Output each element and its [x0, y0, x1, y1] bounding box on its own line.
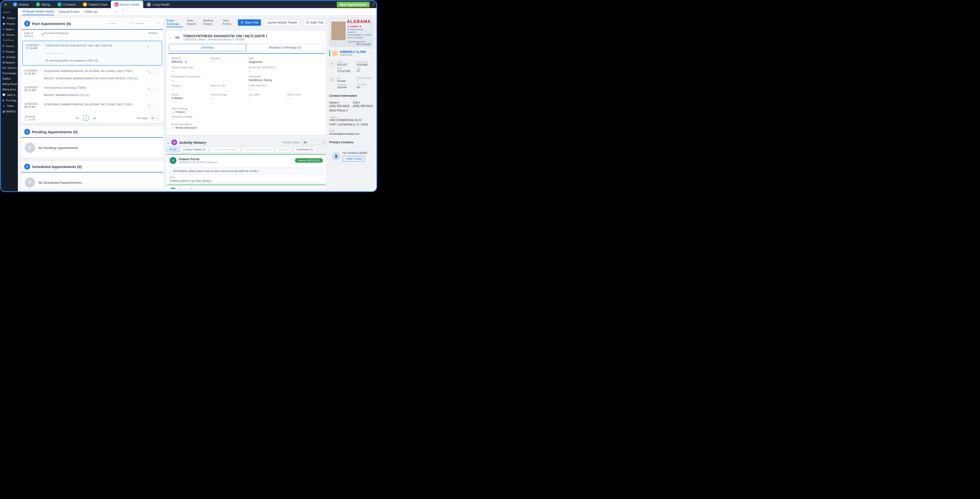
- folder-icon: ▣: [2, 22, 6, 25]
- id-photo: [331, 22, 345, 40]
- activity-filter-pill[interactable]: Comments (1): [293, 147, 316, 152]
- activity-status-select[interactable]: All: [301, 140, 326, 145]
- side-prereg[interactable]: 🗎Pre-Reg…: [1, 98, 18, 103]
- edit-icon[interactable]: ✎: [146, 69, 153, 75]
- edit-icon[interactable]: ✎: [146, 102, 153, 109]
- page-prev-icon[interactable]: ‹: [81, 116, 81, 120]
- appointment-row[interactable]: 09/15/202111:00 AM SCREENING MAMMOGRAM (…: [21, 112, 163, 113]
- open-visit-button[interactable]: 🗓Open Visit: [238, 19, 261, 26]
- subtab-external-exams[interactable]: External Exams: [59, 9, 80, 15]
- page-next-icon[interactable]: ›: [91, 116, 92, 120]
- more-icon[interactable]: ⋮: [320, 35, 323, 40]
- tab-exam-summary[interactable]: Exam Summary: [167, 18, 183, 27]
- tab-medical-history[interactable]: Medical History: [203, 18, 219, 27]
- appointment-row[interactable]: 12/20/202309:20 AM Tomosynthesis Screeni…: [21, 83, 163, 100]
- side-referring[interactable]: ↗Referri…: [1, 27, 18, 32]
- edit-icon[interactable]: ✎: [145, 44, 151, 50]
- subtab-followup[interactable]: Follow-up: [84, 9, 97, 15]
- edit-icon[interactable]: ✎: [146, 86, 153, 92]
- clock-icon: ⟳: [13, 2, 18, 6]
- page-current: 1: [83, 115, 89, 121]
- th-procedure[interactable]: Procedure/Diagnosis: [44, 32, 146, 37]
- scheduled-title: Scheduled Appointments (0): [32, 164, 160, 169]
- address-line1: 1480 COMMERCIAL BLVD: [329, 118, 373, 121]
- collapse-icon[interactable]: ⌄: [167, 140, 169, 144]
- activity-filter-pill: Contact Laboratory (0): [242, 147, 274, 152]
- tab-tech-forms[interactable]: Tech Forms: [223, 18, 234, 27]
- appointment-row[interactable]: 12/20/202311:15 AM TOMOSYNTHESIS DIAGNOS…: [22, 41, 162, 65]
- share-icon: ↗: [2, 28, 5, 31]
- activity-item[interactable]: ⎘ Patient Portal08/22/2023 | 05:39 PM by…: [167, 154, 326, 182]
- side-all-appoint[interactable]: All Appoint…: [1, 60, 18, 65]
- side-sms[interactable]: 💬SMS S…: [1, 92, 18, 98]
- more-icon[interactable]: ⋯: [154, 86, 160, 92]
- side-schedule[interactable]: 🗓Schedu…: [1, 54, 18, 60]
- activity-filter-pill[interactable]: Contact Patient (2): [181, 147, 208, 152]
- primary-contacts-title: Primary Contacts: [329, 140, 373, 144]
- avatar: [332, 51, 338, 56]
- more-icon[interactable]: ⋯: [154, 69, 160, 75]
- launch-activity-tracker-button[interactable]: Launch Activity Tracker: [264, 19, 300, 26]
- side-pending[interactable]: ☰Pendin…: [1, 49, 18, 54]
- per-page-select[interactable]: 10: [149, 116, 160, 121]
- side-waitlist[interactable]: Waitlist: [1, 76, 18, 81]
- side-tech[interactable]: Technologic…: [1, 70, 18, 76]
- page-last-icon[interactable]: ⏭: [94, 116, 96, 120]
- modality-chip: MG: [174, 35, 181, 40]
- summary-field: Background Enhancement--: [172, 75, 205, 82]
- seg-biopsies[interactable]: Biopsies & Pathology (0): [246, 44, 324, 51]
- filter-modality[interactable]: Modality: [135, 20, 160, 27]
- side-tasks[interactable]: ≡Tasks: [1, 103, 18, 108]
- side-patient[interactable]: 🔍Patient: [1, 15, 18, 21]
- patient-field: External IDIDSS085, …: [357, 61, 373, 66]
- side-documents[interactable]: 🗎Docum…: [1, 32, 18, 37]
- clock-icon: ⟳: [329, 61, 335, 67]
- side-payers[interactable]: ▣Payers: [1, 21, 18, 27]
- side-incoming[interactable]: ☰Incomi…: [1, 43, 18, 49]
- showing-label: Showing: [25, 115, 35, 118]
- summary-field: [287, 66, 321, 73]
- search-icon: 🔍: [2, 16, 6, 19]
- tab-view-report[interactable]: View Report: [187, 18, 199, 27]
- tab-patient-chart[interactable]: 📁Patient Chart: [79, 1, 111, 8]
- popout-icon[interactable]: ⤢: [372, 3, 374, 6]
- th-date[interactable]: Date of Service⇅: [24, 32, 44, 37]
- showing-value: 1 - 6 of 6: [25, 118, 35, 121]
- app-logo: A: [3, 2, 9, 7]
- more-icon[interactable]: ⋯: [154, 102, 160, 109]
- add-contact-button[interactable]: + Add Contact: [343, 156, 365, 161]
- seg-summary[interactable]: Summary: [169, 44, 246, 51]
- sidebar-workflows-header: Workflows: [1, 37, 18, 43]
- side-billing-errors[interactable]: Billing Error…: [1, 87, 18, 92]
- side-billing-review[interactable]: Billing Revie…: [1, 81, 18, 87]
- appointment-row[interactable]: 12/20/202311:00 AM SCREENING MAMMOGRAPHY…: [21, 67, 163, 83]
- summary-field: Laterality--: [210, 57, 244, 64]
- subtab-all-history[interactable]: All Breast Health History: [22, 8, 54, 15]
- tab-lung-health[interactable]: ☁Lung Health: [143, 1, 173, 8]
- patient-name[interactable]: KIMBERLY CLARK: [340, 50, 368, 54]
- new-appointment-button[interactable]: New Appointment: [337, 2, 369, 7]
- summary-field: BIRADSBIRADS - 0: [172, 57, 205, 64]
- activity-item[interactable]: ⎘ Patient Portal08/18/2023 | 01:59 PM by…: [167, 185, 326, 189]
- collapse-icon[interactable]: ⌄: [169, 36, 172, 40]
- page-first-icon[interactable]: ⏮: [76, 116, 79, 120]
- tab-contacts[interactable]: ☺Contacts: [54, 1, 79, 8]
- tab-billing[interactable]: $Billing: [32, 1, 54, 8]
- summary-field: Recall6 Weeks: [172, 93, 205, 100]
- side-birads[interactable]: ◪BIRADS…: [1, 108, 18, 114]
- side-ns[interactable]: NS / Not Co…: [1, 65, 18, 70]
- summary-field: [287, 75, 321, 82]
- more-icon[interactable]: ⋯: [153, 44, 159, 50]
- tab-history[interactable]: ⟳History: [10, 1, 32, 8]
- more-icon[interactable]: ⋮: [370, 52, 373, 55]
- activity-filter-pill[interactable]: All (3): [167, 147, 179, 152]
- summary-field: TypeDiagnostic: [249, 57, 282, 64]
- appointment-row[interactable]: 12/20/202308:45 AM SCREENING MAMMOGRAPHY…: [21, 100, 163, 112]
- exam-subtitle: 12/20/2023 | Miami - Aventura Accession …: [183, 38, 267, 41]
- contact-info-title: Contact Information: [329, 94, 373, 97]
- filter-location[interactable]: Location: [107, 20, 133, 27]
- email-value: kimclark@anonaddy.com: [329, 132, 373, 135]
- audit-trail-button[interactable]: ☰Audit Trail: [304, 19, 326, 26]
- patient-field: Social Security #: [357, 77, 373, 82]
- tab-breast-health[interactable]: ✿Breast Health: [111, 1, 143, 8]
